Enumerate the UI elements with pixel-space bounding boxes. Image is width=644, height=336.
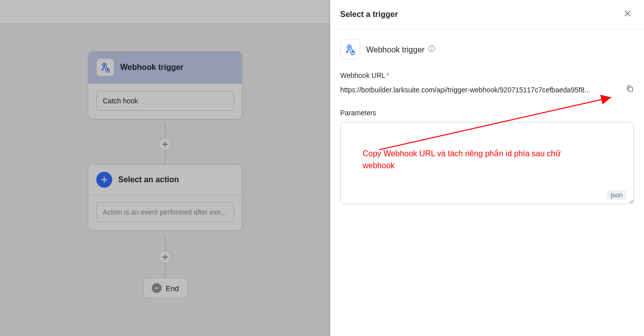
trigger-panel: Select a trigger Webhook trigger Webhook… xyxy=(330,0,644,336)
trigger-type-row: Webhook trigger xyxy=(340,39,634,59)
webhook-url-label-text: Webhook URL xyxy=(340,71,386,79)
svg-rect-8 xyxy=(629,87,633,92)
panel-body: Webhook trigger Webhook URL* https://bot… xyxy=(330,29,644,336)
parameters-label: Parameters xyxy=(340,109,634,117)
svg-point-4 xyxy=(352,51,354,53)
close-icon xyxy=(623,9,632,18)
copy-icon xyxy=(626,84,634,93)
modal-overlay[interactable] xyxy=(0,0,330,336)
webhook-url-label: Webhook URL* xyxy=(340,71,634,79)
json-badge: json xyxy=(607,190,627,200)
close-button[interactable] xyxy=(621,7,634,22)
copy-url-button[interactable] xyxy=(626,84,634,95)
webhook-url-value[interactable]: https://botbuilder.larksuite.com/api/tri… xyxy=(340,86,621,94)
trigger-type-label: Webhook trigger xyxy=(366,45,425,54)
webhook-url-row: https://botbuilder.larksuite.com/api/tri… xyxy=(340,84,634,95)
panel-scrollbar[interactable] xyxy=(640,0,644,336)
webhook-icon xyxy=(340,39,360,59)
info-icon[interactable] xyxy=(428,45,435,54)
required-indicator: * xyxy=(387,71,389,79)
parameters-textarea[interactable]: json xyxy=(340,122,634,204)
trigger-type-name: Webhook trigger xyxy=(366,45,435,54)
svg-point-7 xyxy=(431,46,432,47)
panel-header: Select a trigger xyxy=(330,0,644,29)
svg-point-3 xyxy=(348,46,350,48)
panel-title: Select a trigger xyxy=(340,10,398,19)
